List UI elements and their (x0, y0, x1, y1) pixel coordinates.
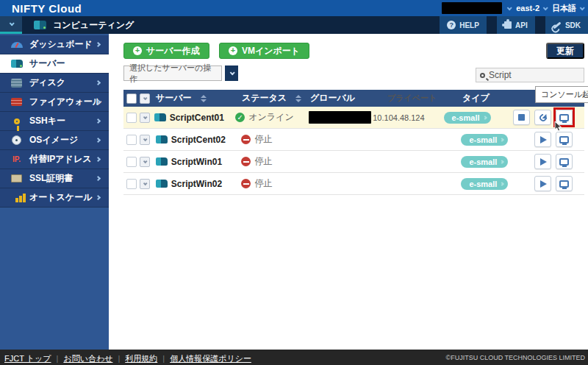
row-checkbox[interactable] (126, 135, 137, 145)
server-type-badge[interactable]: e-small (461, 134, 508, 146)
sidebar-item-autoscale[interactable]: オートスケール (0, 188, 109, 208)
row-dropdown-checkbox[interactable] (140, 113, 150, 123)
chevron-down-icon (9, 21, 14, 26)
console-launch-button[interactable] (556, 110, 573, 125)
chevron-right-icon (96, 176, 101, 181)
account-chevron-down-icon[interactable] (507, 5, 512, 10)
row-dropdown-checkbox[interactable] (140, 135, 150, 145)
status-text: 停止 (254, 177, 272, 190)
computing-icon (34, 21, 46, 29)
console-launch-button[interactable] (556, 132, 573, 147)
sidebar-item-dashboard[interactable]: ダッシュボード (0, 35, 109, 54)
start-server-button[interactable] (534, 154, 551, 169)
chevron-right-icon (96, 118, 101, 124)
service-nav-bar: コンピューティング ?HELPAPISDK (0, 16, 588, 34)
nav-link-api[interactable]: API (497, 16, 535, 34)
dashboard-icon (10, 38, 23, 51)
chevron-right-icon (500, 160, 504, 164)
sidebar-collapse-button[interactable] (0, 16, 22, 34)
sidebar-item-label: SSHキー (29, 115, 65, 127)
sidebar-item-server[interactable]: サーバー (0, 54, 109, 74)
redacted-account-name (442, 2, 502, 14)
firewall-icon (10, 96, 23, 108)
server-icon (156, 135, 168, 143)
sort-icon (201, 95, 207, 102)
bulk-action-select[interactable]: 選択したサーバーの操作 (123, 65, 222, 81)
server-type-label: e-small (469, 157, 497, 166)
sidebar-item-label: ファイアウォール (29, 96, 101, 108)
reload-icon (537, 112, 548, 122)
sidebar-item-osimage[interactable]: OSイメージ (0, 131, 109, 150)
console-launch-button[interactable] (556, 176, 573, 191)
header-status[interactable]: ステータス (242, 92, 310, 104)
vm-import-button[interactable]: + VMインポート (219, 43, 309, 59)
region-selector[interactable]: east-2 (516, 4, 547, 13)
puzzle-icon (504, 21, 512, 29)
chevron-down-icon (143, 137, 148, 141)
main-content: + サーバー作成 + VMインポート 更新 選択したサーバーの操作 (109, 34, 588, 350)
start-server-button[interactable] (534, 132, 551, 147)
stop-server-button[interactable] (513, 110, 530, 125)
wrench-icon (553, 21, 561, 29)
header-server[interactable]: サーバー (156, 92, 242, 104)
help-icon: ? (447, 21, 456, 29)
row-checkbox[interactable] (126, 113, 137, 123)
sidebar-item-sshkey[interactable]: SSHキー (0, 112, 109, 131)
top-bar: NIFTY Cloud east-2 日本語 (0, 0, 588, 16)
bulk-action-dropdown-button[interactable] (225, 65, 238, 81)
monitor-icon (559, 158, 569, 166)
row-dropdown-checkbox[interactable] (140, 157, 150, 167)
create-server-button[interactable]: + サーバー作成 (123, 43, 209, 59)
sidebar-item-label: ダッシュボード (29, 38, 93, 51)
sort-icon (295, 95, 301, 102)
server-type-badge[interactable]: e-small (461, 156, 508, 168)
row-checkbox[interactable] (126, 179, 137, 189)
refresh-button[interactable]: 更新 (546, 43, 584, 59)
sidebar-item-label: サーバー (29, 57, 65, 70)
sidebar-item-ssl[interactable]: SSL証明書 (0, 169, 109, 188)
actions-cell (534, 176, 584, 191)
search-input[interactable] (489, 70, 580, 80)
server-type-badge[interactable]: e-small (444, 112, 491, 124)
ssl-icon (10, 172, 23, 185)
footer-link[interactable]: FJCT トップ (4, 354, 51, 363)
row-dropdown-checkbox[interactable] (140, 179, 150, 189)
nav-link-help[interactable]: ?HELP (440, 16, 487, 34)
footer-links: FJCT トップ|お問い合わせ|利用規約|個人情報保護ポリシー (4, 351, 251, 364)
chevron-down-icon (143, 181, 148, 185)
region-chevron-down-icon (543, 5, 548, 10)
chevron-down-icon (143, 115, 148, 119)
chevron-down-icon (143, 96, 148, 100)
footer-link[interactable]: 個人情報保護ポリシー (170, 354, 251, 363)
status-text: 停止 (254, 155, 272, 168)
service-title: コンピューティング (53, 19, 134, 32)
server-type-badge[interactable]: e-small (461, 178, 508, 190)
sidebar-item-label: OSイメージ (29, 134, 78, 146)
footer-link[interactable]: お問い合わせ (63, 354, 112, 363)
ip-icon: IP. (10, 153, 23, 166)
chevron-right-icon (96, 80, 101, 85)
table-row: ScriptWin02停止e-small (123, 173, 584, 195)
chevron-right-icon (96, 157, 101, 162)
sidebar-item-label: ディスク (29, 77, 65, 89)
header-global: グローバル (310, 92, 387, 104)
row-checkbox[interactable] (126, 157, 137, 167)
type-cell: e-small (461, 156, 534, 168)
reboot-server-button[interactable] (534, 110, 551, 125)
console-launch-button[interactable] (556, 154, 573, 169)
select-dropdown-checkbox[interactable] (140, 93, 150, 104)
nav-link-sdk[interactable]: SDK (545, 16, 588, 34)
footer-link[interactable]: 利用規約 (125, 354, 157, 363)
actions-cell (513, 110, 584, 125)
row-check-cell (123, 179, 156, 189)
sidebar-item-ip[interactable]: IP.付替IPアドレス (0, 150, 109, 169)
sidebar-item-label: 付替IPアドレス (29, 153, 91, 166)
sidebar-item-disk[interactable]: ディスク (0, 74, 109, 93)
server-cell: ScriptWin02 (156, 179, 242, 189)
language-selector[interactable]: 日本語 (552, 3, 584, 14)
start-server-button[interactable] (534, 176, 551, 191)
sidebar-item-firewall[interactable]: ファイアウォール (0, 93, 109, 112)
row-check-cell (123, 157, 156, 167)
status-cell: ✓オンライン (235, 111, 300, 124)
select-all-checkbox[interactable] (126, 93, 137, 104)
